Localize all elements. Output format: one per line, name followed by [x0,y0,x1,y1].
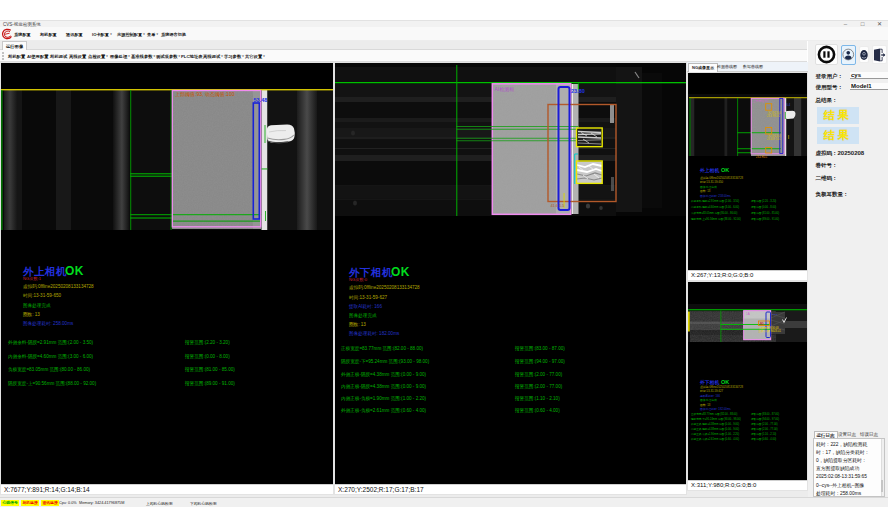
process-done-line: 图像处理完成 [700,185,717,189]
camera-panel-lower[interactable]: AI检测框 23.80 41.6 1.5 外下相机 OK NG次数:0 虚拟码:… [334,62,687,495]
tool-other-settings[interactable]: 其它设置▾ [245,54,265,59]
ai-time-line: 提取AI耗时: 166 [700,394,720,398]
measurement-text: 外侧正极-负极=2.61mm 范围:(0.60 - 4.00) [341,408,426,413]
tab-run-image[interactable]: 运行图像 [2,41,27,50]
ng-count-label: NG次数:0 [349,277,367,282]
chevron-down-icon: ▾ [143,32,145,36]
login-user-button[interactable] [841,45,856,65]
turns-line: 圈数: 13 [700,189,710,193]
log-line: 0，缺陷提取分区耗时： [816,457,883,465]
result-box-upper: 结果 [817,107,859,124]
measurement-text: 正极宽度=83.77mm 范围:(82.00 - 88.00) [691,413,737,416]
log-box[interactable]: 耗时：222，缺陷检测耗 时：17，缺陷分类耗时： 0，缺陷提取分区耗时： 直方… [813,438,885,497]
process-time-line: 图像处理耗时: 182.00ms [700,407,731,411]
log-line: 2025:02:08-13:31:59:65 [816,473,883,481]
menu-label: 光源控制配置 [117,32,142,37]
measurement-alarm: 报警范围:(0.60 - 4.00) [751,437,776,441]
tool-camera-debug[interactable]: 相机调试 [50,54,67,59]
login-user-value[interactable]: cys [850,72,888,79]
menu-io-card-config[interactable]: IO卡配置 ▾ [92,32,112,37]
log-tab-strip: 运行日志 设置日志 错误日志 [813,431,885,438]
measurement-row: 隔膜宽度-下=95.24mm 范围:(93.00 - 98.00)报警范围:(9… [341,359,429,364]
tool-label: 学习参数 [224,54,241,59]
measurement-row: 外侧余料-隔膜=2.91mm 范围:(2.00 - 3.50)报警范围:(2.2… [691,199,739,203]
heartbeat-badge: 心跳信号 [1,500,19,506]
measurement-alarm: 报警范围:(2.00 - 77.00) [751,427,778,431]
measurement-row: 隔膜宽度-上=90.56mm 范围:(88.00 - 92.00)报警范围:(8… [8,381,96,386]
cursor-coordinate-bar: X:270;Y:2502;R:17;G:17;B:17 [335,484,686,494]
tab-yellow-box-1 [577,128,603,147]
camera-panel-upper[interactable]: 上部阈值:93, 动态阈值:100 53.48 外上相机 OK NG次数:1 虚… [0,62,334,495]
feature-label: 23.4 R6.01 [767,113,780,117]
memory-usage: Memory: 3424.41796875M [79,501,124,505]
menu-comm-config[interactable]: 通讯配置 [66,32,83,37]
measurement-row: 隔膜宽度-下=95.24mm 范围:(93.00 - 98.00)报警范围:(9… [691,417,741,421]
camera-connect-badge: 相机连接 [21,500,39,506]
tool-ai-usage-config[interactable]: AI使用配置 [27,54,49,59]
process-done-line: 图像处理完成 [349,313,377,318]
virtual-code-line: 虚拟码:0ffline20250208133134728 [23,284,94,289]
process-time-line: 图像处理耗时: 258.00ms [23,321,73,326]
operator-button[interactable] [859,46,869,63]
measurement-row: 正极宽度=83.77mm 范围:(82.00 - 88.00)报警范围:(83.… [341,346,423,351]
tool-image-processing[interactable]: 图像处理▾ [110,54,130,59]
model-label: 使用型号： [816,84,844,91]
chevron-down-icon: ▾ [128,54,130,58]
time-line: 时间:13-31-59-627 [349,295,387,300]
menu-camera-config[interactable]: 相机配置 [40,32,57,37]
tab-run-log[interactable]: 运行日志 [814,431,838,438]
toolbar-grip[interactable] [2,52,5,60]
pink-label: 1A [746,311,750,315]
measurement-text: 隔膜宽度-下=95.24mm 范围:(93.00 - 98.00) [691,418,741,421]
tool-spot-check[interactable]: 点检设置▾ [88,54,108,59]
camera-status-ok: OK [721,167,729,173]
tab-data-curve[interactable]: 数据曲线图 [740,63,766,72]
ng-count-label: NG次数:1 [23,276,41,281]
camera-image-lower: AI检测框 23.80 41.6 1.5 [335,63,686,216]
measurement-text: 负极宽度=83.05mm 范围:(80.00 - 86.00) [691,212,737,215]
tab-error-log[interactable]: 错误日志 [858,431,880,438]
brown-measure-value: 41.6 1.5 [551,204,565,208]
log-line: 时：17，缺陷分类耗时： [816,449,883,457]
measurement-row: 外侧正极-负极=2.61mm 范围:(0.60 - 4.00)报警范围:(0.6… [341,408,426,413]
measurement-text: 隔膜宽度-上=90.56mm 范围:(88.00 - 92.00) [691,218,741,221]
measurement-alarm: 报警范围:(2.20 - 3.20) [185,340,230,345]
tool-offline-setting[interactable]: 离线设置 [69,54,86,59]
virtual-code-label: 虚拟码：20250208 [816,150,865,157]
chevron-down-icon: ▾ [106,54,108,58]
measurement-alarm: 报警范围:(81.00 - 85.00) [751,211,779,215]
process-time-line: 图像处理耗时: 182.00ms [349,331,399,336]
chevron-down-icon: ▾ [242,54,244,58]
virtual-code-label-text: 虚拟码： [816,150,838,156]
tool-baseline-params[interactable]: 基准线参数▾ [131,54,155,59]
menu-system-config[interactable]: 系统配置 [14,32,31,37]
menu-view[interactable]: 查看 ▾ [147,32,158,37]
exit-button[interactable] [872,45,887,64]
model-value[interactable]: Model1 [850,83,888,90]
mini-panel-upper[interactable]: 上部阈值:93 S2-W23.04 23.4 R6.01 S2-W23.08 2… [687,72,808,281]
tab-detect-curve[interactable]: 检测曲线图 [714,63,740,72]
menu-language-switch[interactable]: 系统语言切换 [161,32,186,37]
measurement-text: 隔膜宽度-上=90.56mm 范围:(88.00 - 92.00) [8,381,96,386]
tool-label: 基准线参数 [131,54,152,59]
pause-button[interactable] [815,44,838,65]
tool-test-item-params[interactable]: 测试项参数▾ [156,54,180,59]
measurement-alarm: 报警范围:(94.00 - 97.00) [751,417,779,421]
measurement-text: 外侧正极-隔膜=4.38mm 范围:(0.00 - 9.00) [341,372,426,377]
log-scrollbar[interactable] [881,439,884,496]
tool-offline-debug[interactable]: 离线调试▾ [203,54,223,59]
measurement-text: 外侧正极-隔膜=4.38mm 范围:(0.00 - 9.00) [691,423,739,426]
menubar: 系统配置 相机配置 通讯配置 IO卡配置 ▾ 光源控制配置 ▾ 查看 ▾ 系统语… [0,27,888,41]
measurement-row: 内侧余料-隔膜=4.60mm 范围:(3.00 - 6.00)报警范围:(0.0… [691,205,739,209]
tab-setting-log[interactable]: 设置日志 [836,431,858,438]
mini-panel-lower[interactable]: NG 负极宽度 NG0.03 正极-负极 NG28.41 1A 23.8 外下相… [687,281,808,492]
measurement-alarm: 报警范围:(0.00 - 8.00) [185,354,230,359]
camera-name-label: 外上相机 [700,167,719,173]
tool-learning-params[interactable]: 学习参数▾ [224,54,244,59]
cursor-coordinate-bar: X:267;Y:13;R:0;G:0;B:0 [688,270,807,280]
scrollbar-thumb[interactable] [881,480,883,492]
mini-camera-image-upper: 上部阈值:93 S2-W23.04 23.4 R6.01 S2-W23.08 2… [688,94,807,156]
menu-light-control-config[interactable]: 光源控制配置 ▾ [117,32,145,37]
tool-plc-address-table[interactable]: PLC地址表 [181,54,203,59]
tool-camera-config[interactable]: 相机配置 [8,54,25,59]
